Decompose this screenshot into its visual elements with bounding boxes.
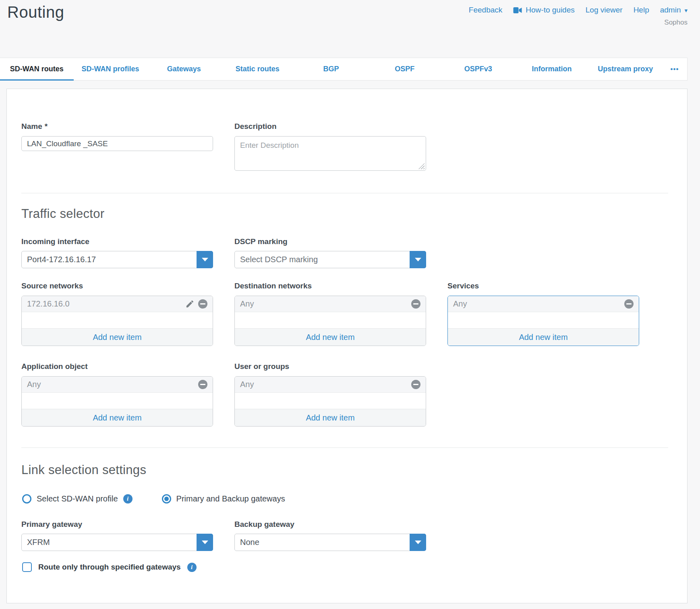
list-item-actions [411, 380, 420, 389]
tab-label: Static routes [236, 65, 280, 73]
user-or-groups-label: User or groups [234, 362, 426, 371]
description-textarea-wrap [234, 136, 426, 171]
remove-item-icon[interactable] [411, 380, 420, 389]
destination-networks-add-button[interactable]: Add new item [235, 328, 426, 346]
sdwan-profile-radio[interactable] [22, 494, 31, 503]
application-object-label: Application object [21, 362, 213, 371]
tab-bgp[interactable]: BGP [294, 58, 368, 80]
primary-gateway-label: Primary gateway [21, 520, 213, 529]
user-or-groups-group: User or groups Any Add new item [234, 362, 426, 427]
backup-gateway-select[interactable]: None [234, 534, 426, 551]
backup-gateway-value: None [240, 538, 259, 547]
list-item: 172.16.16.0 [22, 296, 213, 312]
source-networks-group: Source networks 172.16.16.0 Add new item [21, 282, 213, 346]
remove-item-icon[interactable] [411, 299, 420, 309]
tab-information[interactable]: Information [515, 58, 589, 80]
page-header: Routing Feedback How-to guides Log viewe… [0, 0, 700, 58]
incoming-interface-dropdown-button[interactable] [197, 251, 213, 268]
howto-guides-link[interactable]: How-to guides [513, 6, 574, 14]
tab-label: BGP [323, 65, 339, 73]
application-object-group: Application object Any Add new item [21, 362, 213, 427]
incoming-interface-group: Incoming interface Port4-172.16.16.17 [21, 237, 213, 268]
user-or-groups-listbox: Any Add new item [234, 376, 426, 427]
destination-networks-group: Destination networks Any Add new item [234, 282, 426, 346]
name-input[interactable] [21, 136, 213, 151]
tab-label: Gateways [167, 65, 201, 73]
dscp-dropdown-button[interactable] [410, 251, 426, 268]
list-item-value: Any [240, 299, 254, 309]
application-object-listbox: Any Add new item [21, 376, 213, 427]
services-label: Services [447, 282, 639, 290]
section-divider [21, 193, 668, 193]
tab-ospfv3[interactable]: OSPFv3 [441, 58, 515, 80]
ellipsis-icon: ••• [671, 65, 679, 73]
tab-ospf[interactable]: OSPF [368, 58, 441, 80]
destination-networks-listbox: Any Add new item [234, 296, 426, 346]
list-spacer [235, 393, 426, 409]
application-object-add-button[interactable]: Add new item [22, 409, 213, 426]
remove-item-icon[interactable] [198, 380, 207, 389]
link-selection-radio-row: Select SD-WAN profile i Primary and Back… [22, 494, 285, 503]
remove-item-icon[interactable] [198, 299, 207, 309]
header-links: Feedback How-to guides Log viewer Help a… [469, 6, 688, 14]
description-textarea[interactable] [234, 136, 426, 171]
name-label: Name * [21, 122, 213, 131]
info-icon[interactable]: i [123, 494, 133, 503]
incoming-interface-select[interactable]: Port4-172.16.16.17 [21, 251, 213, 268]
list-item-value: Any [453, 299, 467, 309]
page-title: Routing [7, 3, 64, 21]
tab-label: OSPF [395, 65, 414, 73]
tab-label: Information [532, 65, 572, 73]
routing-tabbar: SD-WAN routes SD-WAN profiles Gateways S… [0, 58, 688, 81]
tab-static-routes[interactable]: Static routes [221, 58, 294, 80]
section-divider [21, 447, 668, 448]
routing-page: Routing Feedback How-to guides Log viewe… [0, 0, 700, 609]
destination-networks-label: Destination networks [234, 282, 426, 290]
edit-pencil-icon[interactable] [185, 299, 195, 309]
feedback-link[interactable]: Feedback [469, 6, 502, 14]
log-viewer-link[interactable]: Log viewer [586, 6, 623, 14]
more-tabs-button[interactable]: ••• [662, 58, 687, 80]
caret-down-icon: ▾ [684, 7, 688, 13]
list-item-actions [198, 380, 207, 389]
incoming-interface-value: Port4-172.16.16.17 [27, 255, 96, 264]
primary-gateway-select[interactable]: XFRM [21, 534, 213, 551]
list-item-actions [185, 299, 207, 309]
list-item-actions [411, 299, 420, 309]
chevron-down-icon [202, 258, 208, 261]
backup-gateway-dropdown-button[interactable] [410, 534, 426, 551]
info-icon[interactable]: i [187, 563, 197, 572]
backup-gateway-group: Backup gateway None [234, 520, 426, 551]
tab-label: OSPFv3 [464, 65, 492, 73]
dscp-marking-select[interactable]: Select DSCP marking [234, 251, 426, 268]
list-item-value: Any [240, 380, 254, 389]
dscp-marking-label: DSCP marking [234, 237, 426, 246]
name-label-text: Name [21, 122, 42, 131]
sdwan-profile-radio-label[interactable]: Select SD-WAN profile [37, 494, 118, 503]
primary-gateway-dropdown-button[interactable] [197, 534, 213, 551]
help-link[interactable]: Help [634, 6, 649, 14]
route-only-checkbox[interactable] [22, 562, 32, 572]
services-add-button[interactable]: Add new item [448, 328, 639, 346]
traffic-selector-heading: Traffic selector [21, 207, 104, 221]
source-networks-add-button[interactable]: Add new item [22, 328, 213, 346]
tab-sdwan-profiles[interactable]: SD-WAN profiles [74, 58, 147, 80]
brand-label: Sophos [664, 19, 688, 27]
tab-upstream-proxy[interactable]: Upstream proxy [588, 58, 662, 80]
tab-gateways[interactable]: Gateways [147, 58, 221, 80]
user-or-groups-add-button[interactable]: Add new item [235, 409, 426, 426]
sdwan-route-form-card: Name * Description Traffic selector Inco… [6, 89, 688, 603]
primary-backup-radio[interactable] [162, 494, 171, 503]
name-group: Name * [21, 122, 213, 151]
tab-sdwan-routes[interactable]: SD-WAN routes [0, 58, 74, 80]
backup-gateway-label: Backup gateway [234, 520, 426, 529]
remove-item-icon[interactable] [624, 299, 634, 309]
admin-menu[interactable]: admin ▾ [660, 6, 688, 14]
route-only-checkbox-label[interactable]: Route only through specified gateways [38, 563, 181, 572]
list-spacer [235, 312, 426, 328]
route-only-row: Route only through specified gateways i [22, 562, 197, 572]
tab-label: Upstream proxy [598, 65, 653, 73]
services-listbox: Any Add new item [447, 296, 639, 346]
primary-backup-radio-label[interactable]: Primary and Backup gateways [176, 494, 285, 503]
list-spacer [448, 312, 639, 328]
